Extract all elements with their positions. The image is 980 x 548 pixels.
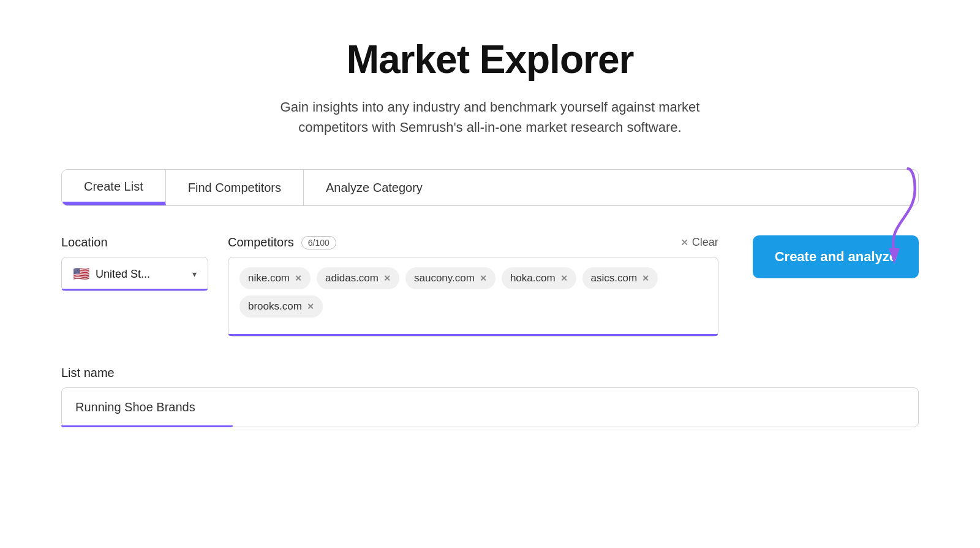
tag-remove-icon[interactable]: ✕: [642, 274, 649, 283]
tab-analyze-category[interactable]: Analyze Category: [304, 170, 445, 205]
location-dropdown[interactable]: 🇺🇸 United St... ▾: [61, 257, 208, 291]
page-title: Market Explorer: [347, 37, 634, 82]
tag-remove-icon[interactable]: ✕: [560, 274, 568, 283]
tag-value: adidas.com: [325, 272, 379, 284]
list-name-section: List name: [61, 366, 919, 427]
tab-create-list[interactable]: Create List: [62, 170, 166, 205]
competitor-tag-nike: nike.com ✕: [239, 267, 311, 289]
tag-value: brooks.com: [248, 300, 302, 313]
list-name-input-wrapper: [61, 387, 919, 427]
competitor-tag-saucony: saucony.com ✕: [405, 267, 496, 289]
list-name-input[interactable]: [61, 387, 919, 427]
close-icon: ✕: [680, 237, 688, 248]
competitors-header: Competitors 6/100 ✕ Clear: [228, 235, 718, 249]
create-button-container: Create and analyze: [738, 235, 919, 281]
location-label: Location: [61, 235, 208, 249]
tab-find-competitors[interactable]: Find Competitors: [166, 170, 304, 205]
competitors-section: Competitors 6/100 ✕ Clear nike.com ✕ adi…: [228, 235, 718, 337]
competitor-tag-asics: asics.com ✕: [582, 267, 658, 289]
competitors-count-badge: 6/100: [301, 236, 336, 249]
clear-button[interactable]: ✕ Clear: [680, 236, 718, 249]
create-analyze-button[interactable]: Create and analyze: [753, 235, 919, 278]
location-section: Location 🇺🇸 United St... ▾: [61, 235, 208, 291]
form-row: Location 🇺🇸 United St... ▾ Competitors 6…: [61, 235, 919, 337]
tag-value: nike.com: [248, 272, 290, 284]
competitors-input-box[interactable]: nike.com ✕ adidas.com ✕ saucony.com ✕ ho…: [228, 257, 718, 337]
tag-value: hoka.com: [510, 272, 556, 284]
tag-remove-icon[interactable]: ✕: [307, 302, 314, 311]
competitors-label: Competitors: [228, 235, 294, 249]
tag-remove-icon[interactable]: ✕: [480, 274, 487, 283]
clear-label: Clear: [692, 236, 718, 249]
competitor-tag-brooks: brooks.com ✕: [239, 295, 323, 318]
location-value: United St...: [96, 268, 150, 281]
tag-remove-icon[interactable]: ✕: [383, 274, 391, 283]
competitor-tag-adidas: adidas.com ✕: [317, 267, 399, 289]
page-subtitle: Gain insights into any industry and benc…: [263, 97, 717, 137]
chevron-down-icon: ▾: [192, 269, 197, 279]
tag-remove-icon[interactable]: ✕: [295, 274, 302, 283]
tag-value: asics.com: [591, 272, 638, 284]
competitor-tag-hoka: hoka.com ✕: [502, 267, 576, 289]
flag-icon: 🇺🇸: [73, 266, 89, 282]
tabs-container: Create List Find Competitors Analyze Cat…: [61, 169, 919, 206]
tag-value: saucony.com: [414, 272, 475, 284]
list-name-label: List name: [61, 366, 919, 380]
